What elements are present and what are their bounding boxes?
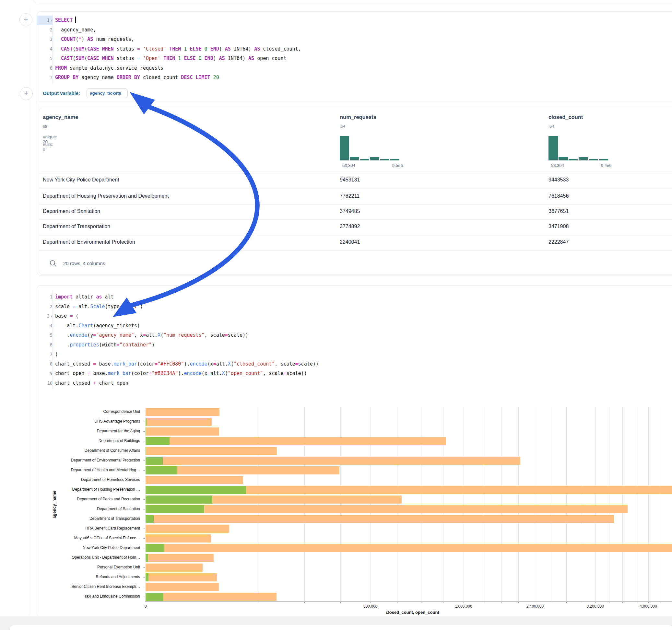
table-cell[interactable]: 2240041 xyxy=(340,239,360,245)
table-cell[interactable]: Department of Transportation xyxy=(43,224,110,229)
column-histogram-bar xyxy=(558,157,568,161)
output-variable-label: Output variable: xyxy=(43,91,80,96)
add-cell-button-middle[interactable]: + xyxy=(20,87,33,100)
row-divider xyxy=(39,250,672,250)
code-line[interactable]: alt.Chart(agency_tickets) xyxy=(55,321,140,331)
line-number: 1 xyxy=(37,292,52,302)
sql-editor[interactable]: 1∨SELECT2 agency_name,3 COUNT(*) AS num_… xyxy=(37,16,672,83)
code-line[interactable]: base = ( xyxy=(55,311,78,321)
table-cell[interactable]: New York City Police Department xyxy=(43,177,119,183)
code-line[interactable]: COUNT(*) AS num_requests, xyxy=(55,35,134,44)
column-meta: nulls: 0 xyxy=(43,142,53,152)
column-histogram-bar xyxy=(380,159,389,161)
code-line[interactable]: chart_open = base.mark_bar(color="#8BC34… xyxy=(55,369,307,379)
table-cell[interactable]: 2222847 xyxy=(549,239,569,245)
previous-cell-edge xyxy=(33,0,672,3)
column-histogram-bar xyxy=(579,157,588,161)
table-cell[interactable]: 7618456 xyxy=(549,193,569,199)
histogram-max-label: 9.5e6 xyxy=(392,163,403,168)
column-histogram-bar xyxy=(589,159,598,161)
column-histogram-bar xyxy=(360,159,369,161)
code-line[interactable]: FROM sample_data.nyc.service_requests xyxy=(55,64,163,73)
table-cell[interactable]: 3749485 xyxy=(340,209,360,214)
code-line[interactable]: .encode(y="agency_name", x=alt.X("num_re… xyxy=(55,331,248,340)
histogram-max-label: 9.4e6 xyxy=(601,163,612,168)
column-histogram-bar xyxy=(340,136,349,161)
table-cell[interactable]: 3677651 xyxy=(549,209,569,214)
line-number: 3 xyxy=(37,35,52,44)
column-histogram-bar xyxy=(350,157,359,161)
line-number: 7 xyxy=(37,73,52,83)
code-line[interactable]: GROUP BY agency_name ORDER BY closed_cou… xyxy=(55,73,219,83)
line-number: 3∨ xyxy=(37,311,52,321)
column-header: agency_name xyxy=(43,114,78,120)
row-divider xyxy=(39,219,672,220)
code-line[interactable]: chart_closed + chart_open xyxy=(55,379,128,388)
line-number: 2 xyxy=(37,302,52,312)
column-type: i64 xyxy=(340,124,345,129)
table-cell[interactable]: Department of Housing Preservation and D… xyxy=(43,193,169,199)
search-icon[interactable] xyxy=(49,260,57,267)
column-histogram-bar xyxy=(390,159,399,161)
table-cell[interactable]: 3471908 xyxy=(549,224,569,229)
table-cell[interactable]: 9453131 xyxy=(340,177,360,183)
line-number: 5 xyxy=(37,54,52,64)
table-cell[interactable]: Department of Environmental Protection xyxy=(43,239,135,245)
histogram-min-label: 53,304 xyxy=(342,163,355,168)
line-number: 9 xyxy=(37,369,52,379)
table-cell[interactable]: 9443533 xyxy=(549,177,569,183)
column-type: i64 xyxy=(549,124,554,129)
column-header: num_requests xyxy=(340,114,376,120)
column-type: str xyxy=(43,124,47,129)
gutter-divider xyxy=(52,291,53,389)
text-cursor xyxy=(75,17,76,23)
column-header: closed_count xyxy=(549,114,583,120)
row-divider xyxy=(39,235,672,235)
row-divider xyxy=(39,189,672,189)
code-line[interactable]: CAST(SUM(CASE WHEN status = 'Open' THEN … xyxy=(55,54,286,64)
code-line[interactable]: scale = alt.Scale(type="sqrt") xyxy=(55,302,143,312)
code-line[interactable]: agency_name, xyxy=(55,25,96,35)
header-divider xyxy=(39,173,672,173)
column-histogram-bar xyxy=(549,136,558,161)
line-number: 5 xyxy=(37,331,52,340)
gutter-divider xyxy=(52,14,53,84)
line-number: 10 xyxy=(37,379,52,388)
line-number: 2 xyxy=(37,25,52,35)
code-line[interactable]: SELECT xyxy=(55,16,76,25)
table-cell[interactable]: Department of Sanitation xyxy=(43,209,100,214)
line-number: 4 xyxy=(37,44,52,54)
code-line[interactable]: chart_closed = base.mark_bar(color="#FFC… xyxy=(55,359,319,369)
column-histogram-bar xyxy=(370,157,379,161)
output-variable-divider xyxy=(37,101,672,101)
add-cell-button-top[interactable]: + xyxy=(20,13,32,26)
line-number: 1∨ xyxy=(37,16,52,25)
histogram-min-label: 53,304 xyxy=(551,163,564,168)
line-number: 8 xyxy=(37,359,52,369)
output-variable-pill[interactable]: agency_tickets xyxy=(87,89,128,98)
line-number: 6 xyxy=(37,340,52,350)
code-line[interactable]: ) xyxy=(55,350,58,359)
line-number: 4 xyxy=(37,321,52,331)
line-number: 6 xyxy=(37,64,52,73)
code-line[interactable]: CAST(SUM(CASE WHEN status = 'Closed' THE… xyxy=(55,44,301,54)
line-number: 7 xyxy=(37,350,52,359)
next-cell-edge xyxy=(10,625,672,630)
result-table xyxy=(39,108,672,274)
table-row-count: 20 rows, 4 columns xyxy=(63,261,105,266)
code-line[interactable]: .properties(width="container") xyxy=(55,340,154,350)
table-cell[interactable]: 7782211 xyxy=(340,193,360,199)
column-histogram-bar xyxy=(569,159,578,161)
row-divider xyxy=(39,204,672,204)
python-editor[interactable]: 1import altair as alt2scale = alt.Scale(… xyxy=(37,292,672,390)
table-cell[interactable]: 3774892 xyxy=(340,224,360,229)
column-histogram-bar xyxy=(599,159,608,161)
code-line[interactable]: import altair as alt xyxy=(55,292,114,302)
